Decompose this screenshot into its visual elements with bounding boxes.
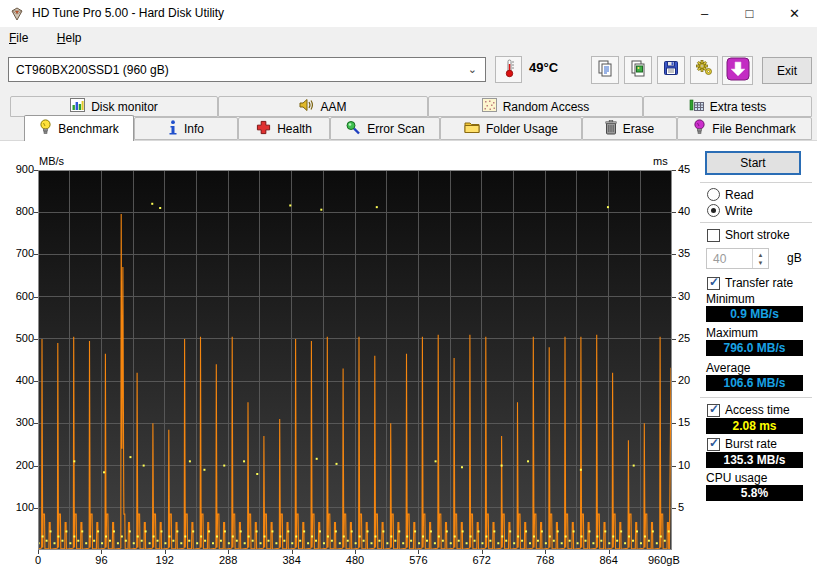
short-stroke-size-stepper[interactable]: 40 ▲ ▼: [706, 248, 769, 269]
maximize-button[interactable]: □: [727, 0, 772, 27]
drive-selector[interactable]: CT960BX200SSD1 (960 gB) ⌄: [8, 57, 486, 82]
x-axis-tick: 576: [400, 554, 436, 566]
left-axis-tick: 500: [8, 332, 34, 344]
plot-canvas: [38, 170, 672, 550]
update-button[interactable]: [722, 56, 753, 85]
maximum-value: 796.0 MB/s: [723, 341, 785, 355]
transfer-rate-checkbox[interactable]: ✓: [707, 277, 720, 290]
average-label: Average: [706, 361, 750, 375]
read-radio[interactable]: [707, 188, 720, 201]
stepper-down-icon: ▼: [758, 259, 764, 267]
tick-mark: [672, 381, 676, 382]
tab-aam[interactable]: AAM: [218, 96, 428, 117]
right-axis-tick: 45: [678, 163, 690, 175]
benchmark-bulb-icon: [39, 119, 52, 138]
write-radio[interactable]: [707, 204, 720, 217]
tick-mark: [292, 550, 293, 554]
x-axis-tick: 384: [274, 554, 310, 566]
short-stroke-size-value: 40: [713, 252, 726, 266]
tab-info[interactable]: Info: [134, 117, 238, 140]
trash-icon: [605, 120, 617, 138]
x-axis-tick: 672: [464, 554, 500, 566]
tab-disk-monitor[interactable]: Disk monitor: [10, 96, 218, 117]
export-image-icon: [629, 59, 647, 81]
start-button[interactable]: Start: [706, 152, 800, 174]
right-axis-unit: ms: [653, 155, 668, 167]
benchmark-chart: MB/s ms 900800700600500400300200100 4540…: [0, 140, 700, 580]
cpu-usage-value-box: 5.8%: [706, 485, 803, 501]
panel-separator: [700, 222, 812, 223]
tick-mark: [545, 550, 546, 554]
minimum-value-box: 0.9 MB/s: [706, 306, 803, 322]
tab-label: Disk monitor: [91, 100, 158, 114]
left-axis-tick: 400: [8, 374, 34, 386]
left-axis-tick: 300: [8, 416, 34, 428]
check-icon: ✓: [709, 275, 719, 289]
tab-erase[interactable]: Erase: [582, 117, 677, 140]
copy-button[interactable]: [591, 56, 619, 84]
minimize-button[interactable]: –: [682, 0, 727, 27]
download-arrow-icon: [726, 57, 750, 85]
stepper-arrows[interactable]: ▲ ▼: [752, 249, 768, 268]
tick-mark: [228, 550, 229, 554]
short-stroke-unit: gB: [787, 251, 802, 265]
cpu-usage-value: 5.8%: [741, 486, 768, 500]
minimize-icon: –: [701, 6, 708, 21]
x-axis-end-tick: 960gB: [648, 554, 680, 566]
x-axis-tick: 864: [591, 554, 627, 566]
tick-mark: [165, 550, 166, 554]
tick-mark: [34, 466, 38, 467]
tick-mark: [609, 550, 610, 554]
save-button[interactable]: [657, 56, 685, 84]
x-axis-tick: 288: [210, 554, 246, 566]
save-icon: [662, 59, 680, 81]
window-title: HD Tune Pro 5.00 - Hard Disk Utility: [32, 0, 224, 27]
tab-file-benchmark[interactable]: File Benchmark: [677, 117, 812, 140]
panel-separator: [700, 397, 812, 398]
short-stroke-checkbox[interactable]: [707, 229, 720, 242]
exit-button[interactable]: Exit: [762, 57, 812, 84]
thermometer-icon: [502, 58, 516, 82]
access-time-checkbox[interactable]: ✓: [707, 404, 720, 417]
magnifier-icon: [345, 120, 361, 138]
app-icon: [9, 6, 25, 26]
export-image-button[interactable]: [624, 56, 652, 84]
close-button[interactable]: ✕: [772, 0, 817, 27]
tab-error-scan[interactable]: Error Scan: [330, 117, 440, 140]
maximum-label: Maximum: [706, 326, 758, 340]
minimum-value: 0.9 MB/s: [730, 307, 779, 321]
tick-mark: [34, 508, 38, 509]
tick-mark: [34, 423, 38, 424]
burst-rate-checkbox[interactable]: ✓: [707, 438, 720, 451]
tab-label: Erase: [623, 122, 654, 136]
tab-health[interactable]: Health: [238, 117, 330, 140]
menu-help[interactable]: Help: [48, 27, 91, 49]
tick-mark: [672, 212, 676, 213]
tick-mark: [482, 550, 483, 554]
tab-benchmark[interactable]: Benchmark: [24, 115, 134, 141]
short-stroke-label: Short stroke: [725, 228, 790, 242]
burst-rate-value: 135.3 MB/s: [723, 453, 785, 467]
options-button[interactable]: [690, 56, 718, 84]
menu-file[interactable]: File: [0, 27, 37, 49]
folder-icon: [464, 120, 480, 137]
tick-mark: [672, 508, 676, 509]
tick-mark: [672, 423, 676, 424]
left-axis-unit: MB/s: [39, 155, 64, 167]
tick-mark: [672, 170, 676, 171]
left-axis-tick: 900: [8, 163, 34, 175]
cpu-usage-label: CPU usage: [706, 471, 767, 485]
tab-label: Info: [184, 122, 204, 136]
temperature-button[interactable]: [495, 56, 522, 83]
right-axis-tick: 30: [678, 290, 690, 302]
tab-extra-tests[interactable]: Extra tests: [643, 96, 812, 117]
tab-label: AAM: [320, 100, 346, 114]
tab-random-access[interactable]: Random Access: [428, 96, 643, 117]
x-axis-tick: 96: [83, 554, 119, 566]
maximize-icon: □: [746, 6, 754, 21]
tick-mark: [38, 550, 39, 554]
tab-label: Extra tests: [710, 100, 767, 114]
check-icon: ✓: [709, 402, 719, 416]
tick-mark: [672, 254, 676, 255]
tab-folder-usage[interactable]: Folder Usage: [440, 117, 582, 140]
